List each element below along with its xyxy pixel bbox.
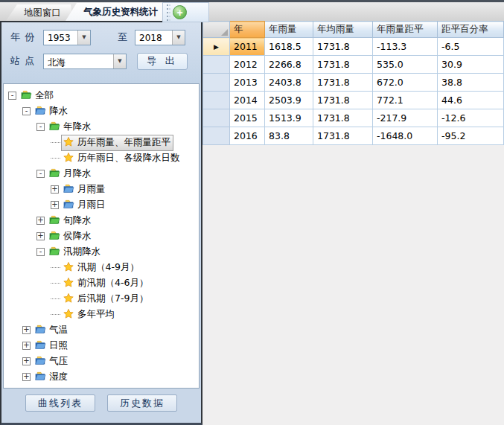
year-to-dropdown[interactable]: 2018 ▼: [135, 30, 185, 45]
tree-item[interactable]: 历年雨日、各级降水日数: [4, 150, 199, 166]
drag-grip-icon[interactable]: [167, 4, 168, 21]
station-dropdown[interactable]: 北海 ▼: [43, 54, 127, 69]
row-selector[interactable]: [203, 127, 230, 145]
curve-list-button[interactable]: 曲线列表: [25, 394, 95, 412]
table-cell[interactable]: 1731.8: [313, 92, 373, 109]
table-cell[interactable]: 30.9: [438, 56, 504, 74]
tree-item[interactable]: 历年雨量、年雨量距平: [4, 135, 199, 150]
column-header[interactable]: 年雨量: [265, 22, 313, 38]
column-header[interactable]: 年均雨量: [313, 22, 373, 38]
table-cell[interactable]: 535.0: [373, 56, 438, 74]
expand-toggle-icon[interactable]: +: [22, 373, 31, 381]
tree-item[interactable]: +旬降水: [4, 213, 199, 229]
collapse-toggle-icon[interactable]: -: [36, 170, 45, 178]
tree-node[interactable]: 月雨日: [61, 197, 109, 214]
row-selector[interactable]: [203, 92, 230, 109]
tree-node[interactable]: 后汛期（7-9月）: [61, 291, 151, 307]
table-cell[interactable]: 1618.5: [265, 38, 313, 56]
table-cell[interactable]: 1731.8: [313, 109, 373, 127]
tree-node[interactable]: 前汛期（4-6月）: [61, 275, 151, 292]
chevron-down-icon[interactable]: ▼: [113, 54, 126, 68]
tree-node[interactable]: 历年雨日、各级降水日数: [61, 150, 183, 167]
table-cell[interactable]: 83.8: [265, 127, 313, 145]
tree-item[interactable]: +湿度: [4, 369, 199, 385]
tree-node[interactable]: 降水: [33, 103, 71, 120]
row-selector[interactable]: [203, 74, 230, 92]
expand-toggle-icon[interactable]: +: [51, 201, 59, 209]
chevron-down-icon[interactable]: ▼: [172, 31, 185, 45]
tree-node[interactable]: 日照: [33, 338, 71, 354]
row-selector[interactable]: ▶: [203, 38, 230, 56]
table-cell[interactable]: -113.3: [373, 38, 438, 56]
table-cell[interactable]: -217.9: [373, 109, 438, 127]
tree-item[interactable]: 前汛期（4-6月）: [4, 275, 199, 291]
expand-toggle-icon[interactable]: +: [36, 217, 45, 225]
tree-item[interactable]: 后汛期（7-9月）: [4, 291, 199, 307]
table-cell[interactable]: -12.6: [438, 109, 504, 127]
tree-item[interactable]: +日照: [4, 338, 199, 354]
table-cell[interactable]: -95.2: [438, 127, 504, 145]
expand-toggle-icon[interactable]: +: [22, 342, 31, 350]
tree-node[interactable]: 旬降水: [47, 213, 95, 229]
table-cell[interactable]: 2503.9: [265, 92, 313, 109]
tree-item[interactable]: +侯降水: [4, 229, 199, 244]
tree-item[interactable]: -汛期降水: [4, 244, 199, 260]
column-header[interactable]: 年: [230, 22, 265, 38]
expand-toggle-icon[interactable]: +: [51, 185, 59, 194]
year-from-dropdown[interactable]: 1953 ▼: [43, 30, 91, 45]
tree-node[interactable]: 汛期（4-9月）: [61, 260, 142, 276]
tree-node[interactable]: 气压: [33, 354, 71, 370]
tree-node[interactable]: 月降水: [47, 166, 95, 182]
tree-item[interactable]: +月雨日: [4, 197, 199, 213]
add-tab-button[interactable]: +: [173, 5, 187, 19]
table-cell[interactable]: -6.5: [438, 38, 504, 56]
table-cell[interactable]: 44.6: [438, 92, 504, 109]
table-cell[interactable]: 2013: [230, 74, 265, 92]
tab-map-window[interactable]: 地图窗口: [6, 4, 73, 21]
collapse-toggle-icon[interactable]: -: [36, 248, 45, 256]
tree-node[interactable]: 全部: [19, 88, 57, 104]
export-button[interactable]: 导 出: [137, 53, 188, 70]
history-data-button[interactable]: 历史数据: [107, 394, 177, 412]
table-cell[interactable]: 2011: [230, 38, 265, 56]
collapse-toggle-icon[interactable]: -: [22, 107, 31, 115]
table-cell[interactable]: 38.8: [438, 74, 504, 92]
tree-node[interactable]: 汛期降水: [47, 244, 103, 261]
table-cell[interactable]: 1731.8: [313, 38, 373, 56]
table-corner-select-all[interactable]: [203, 22, 230, 38]
table-cell[interactable]: 2403.8: [265, 74, 313, 92]
tree-node[interactable]: 湿度: [33, 369, 71, 386]
collapse-toggle-icon[interactable]: -: [8, 92, 16, 100]
tree-item[interactable]: -降水: [4, 103, 199, 119]
row-selector[interactable]: [203, 109, 230, 127]
tree-item[interactable]: -全部: [4, 88, 199, 103]
column-header[interactable]: 年雨量距平: [373, 22, 438, 38]
row-selector[interactable]: [203, 56, 230, 74]
tree-item[interactable]: +气压: [4, 354, 199, 369]
table-cell[interactable]: 2014: [230, 92, 265, 109]
tree-node[interactable]: 气温: [33, 322, 71, 339]
table-cell[interactable]: 2266.8: [265, 56, 313, 74]
tree-item[interactable]: -年降水: [4, 119, 199, 135]
tab-weather-history-stats[interactable]: 气象历史资料统计: [66, 3, 170, 21]
column-header[interactable]: 距平百分率: [438, 22, 504, 38]
table-cell[interactable]: 772.1: [373, 92, 438, 109]
table-cell[interactable]: 672.0: [373, 74, 438, 92]
expand-toggle-icon[interactable]: +: [36, 232, 45, 240]
tree-item[interactable]: 多年平均: [4, 307, 199, 322]
expand-toggle-icon[interactable]: +: [22, 326, 31, 334]
table-cell[interactable]: 1513.9: [265, 109, 313, 127]
table-cell[interactable]: 2016: [230, 127, 265, 145]
table-cell[interactable]: 1731.8: [313, 56, 373, 74]
collapse-toggle-icon[interactable]: -: [36, 123, 45, 131]
tree-item[interactable]: +气温: [4, 322, 199, 338]
expand-toggle-icon[interactable]: +: [22, 357, 31, 365]
table-cell[interactable]: 2012: [230, 56, 265, 74]
chevron-down-icon[interactable]: ▼: [77, 31, 90, 45]
tree-item[interactable]: -月降水: [4, 166, 199, 182]
table-cell[interactable]: 1731.8: [313, 74, 373, 92]
tree-node[interactable]: 历年雨量、年雨量距平: [61, 135, 173, 151]
tree-node[interactable]: 侯降水: [47, 229, 95, 245]
table-cell[interactable]: -1648.0: [373, 127, 438, 145]
tree-node[interactable]: 年降水: [47, 119, 95, 135]
